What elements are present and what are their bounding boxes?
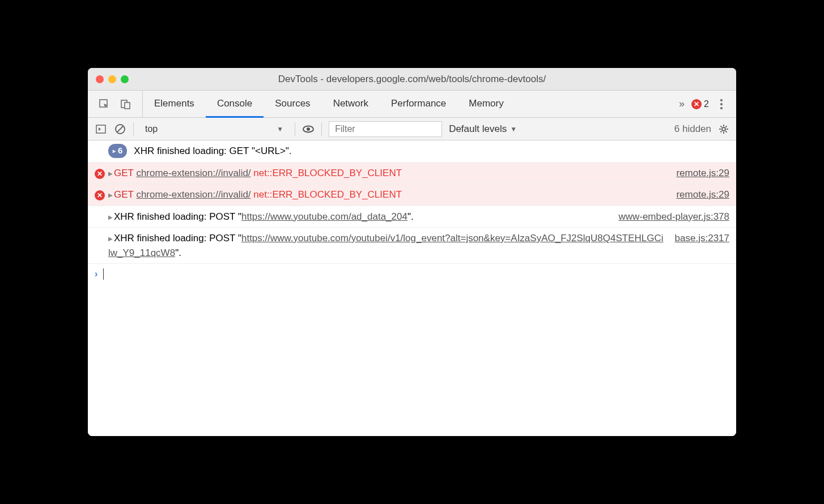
context-value: top (145, 124, 220, 134)
log-url: https://www.youtube.com/ad_data_204 (241, 211, 407, 222)
repeat-count-badge: 6 (108, 144, 127, 158)
minimize-window-button[interactable] (108, 75, 116, 83)
svg-line-5 (117, 126, 123, 132)
hidden-count[interactable]: 6 hidden (674, 123, 711, 135)
console-output: 6 XHR finished loading: GET "<URL>". ✕ ▶… (88, 140, 736, 436)
clear-console-icon[interactable] (114, 123, 126, 135)
settings-menu-icon[interactable] (716, 99, 727, 109)
row-icon: ✕ (95, 166, 108, 181)
console-toolbar: top ▼ Default levels ▼ 6 hidden (88, 118, 736, 140)
svg-rect-2 (125, 102, 130, 109)
row-content: ▶GET chrome-extension://invalid/ net::ER… (108, 187, 665, 202)
expand-icon[interactable]: ▶ (108, 169, 113, 178)
row-content: ▶GET chrome-extension://invalid/ net::ER… (108, 166, 665, 181)
log-prefix: XHR finished loading: POST " (114, 211, 241, 222)
error-message: net::ERR_BLOCKED_BY_CLIENT (253, 168, 402, 178)
error-message: net::ERR_BLOCKED_BY_CLIENT (253, 189, 402, 200)
console-prompt[interactable]: › (88, 264, 736, 284)
source-link[interactable]: base.js:2317 (675, 231, 729, 246)
levels-label: Default levels (449, 123, 507, 135)
prompt-icon: › (95, 269, 97, 279)
error-count: 2 (704, 99, 709, 109)
source-link[interactable]: remote.js:29 (676, 166, 729, 181)
tab-performance[interactable]: Performance (380, 91, 457, 118)
more-tabs-icon[interactable]: » (679, 98, 685, 110)
divider (321, 122, 322, 136)
error-icon: ✕ (95, 169, 105, 179)
tab-label: Performance (391, 98, 446, 109)
error-icon: ✕ (95, 190, 105, 200)
log-suffix: ". (407, 211, 414, 222)
tab-console[interactable]: Console (206, 91, 264, 118)
http-method: GET (114, 189, 134, 200)
chevron-down-icon: ▼ (277, 125, 283, 133)
http-method: GET (114, 168, 134, 178)
console-error-row[interactable]: ✕ ▶GET chrome-extension://invalid/ net::… (88, 163, 736, 185)
expand-icon[interactable]: ▶ (108, 213, 113, 221)
source-link[interactable]: remote.js:29 (676, 187, 729, 202)
window-title: DevTools - developers.google.com/web/too… (278, 74, 546, 85)
text-cursor (103, 268, 104, 280)
error-count-badge[interactable]: ✕ 2 (691, 99, 709, 109)
inspect-tools (92, 91, 143, 117)
toggle-sidebar-icon[interactable] (95, 123, 107, 135)
log-levels-selector[interactable]: Default levels ▼ (449, 123, 517, 135)
settings-icon[interactable] (718, 123, 729, 135)
tab-label: Memory (469, 98, 503, 109)
tab-network[interactable]: Network (322, 91, 380, 118)
row-text: XHR finished loading: GET "<URL>". (134, 144, 729, 159)
log-prefix: XHR finished loading: POST " (114, 233, 241, 244)
row-content: ▶XHR finished loading: POST "https://www… (108, 210, 607, 224)
expand-icon[interactable]: ▶ (108, 234, 113, 243)
context-selector[interactable]: top ▼ (141, 124, 288, 134)
select-element-icon[interactable] (98, 98, 111, 110)
traffic-lights (96, 75, 129, 83)
row-icon: ✕ (95, 187, 108, 202)
panel-tabs: Elements Console Sources Network Perform… (143, 91, 515, 117)
error-url: chrome-extension://invalid/ (136, 168, 250, 178)
console-row[interactable]: 6 XHR finished loading: GET "<URL>". (88, 140, 736, 163)
maximize-window-button[interactable] (121, 75, 129, 83)
tabs-right: » ✕ 2 (679, 98, 732, 110)
chevron-down-icon: ▼ (510, 125, 517, 133)
divider (133, 122, 134, 136)
tab-label: Network (333, 98, 368, 109)
svg-point-8 (722, 127, 725, 131)
console-row[interactable]: ▶XHR finished loading: POST "https://www… (88, 228, 736, 264)
svg-rect-0 (100, 100, 107, 107)
error-url: chrome-extension://invalid/ (136, 189, 250, 200)
titlebar: DevTools - developers.google.com/web/too… (88, 68, 736, 91)
tab-label: Sources (275, 98, 310, 109)
console-error-row[interactable]: ✕ ▶GET chrome-extension://invalid/ net::… (88, 184, 736, 206)
live-expression-icon[interactable] (302, 123, 315, 135)
expand-icon[interactable]: ▶ (108, 191, 113, 199)
device-toggle-icon[interactable] (120, 98, 132, 110)
tab-sources[interactable]: Sources (264, 91, 321, 118)
divider (295, 122, 295, 136)
devtools-window: DevTools - developers.google.com/web/too… (88, 68, 736, 436)
tab-label: Elements (154, 98, 194, 109)
console-row[interactable]: ▶XHR finished loading: POST "https://www… (88, 206, 736, 228)
tab-memory[interactable]: Memory (457, 91, 515, 118)
source-link[interactable]: www-embed-player.js:378 (618, 210, 729, 224)
tab-label: Console (217, 98, 252, 109)
tabs-bar: Elements Console Sources Network Perform… (88, 91, 736, 118)
filter-input[interactable] (329, 121, 442, 137)
svg-point-7 (307, 127, 310, 131)
log-suffix: ". (175, 247, 181, 258)
close-window-button[interactable] (96, 75, 104, 83)
tab-elements[interactable]: Elements (143, 91, 206, 118)
error-icon: ✕ (691, 99, 702, 109)
row-content: ▶XHR finished loading: POST "https://www… (108, 231, 664, 260)
